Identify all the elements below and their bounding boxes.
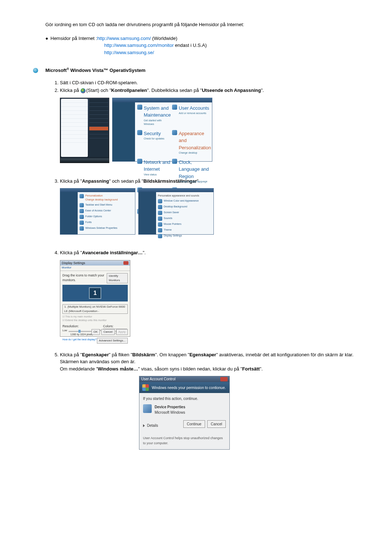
appearance-screenshot: PersonalizationChange desktop background… xyxy=(60,188,135,235)
chevron-down-icon xyxy=(143,424,145,427)
s5b: Egenskaper xyxy=(82,352,109,357)
bullet-dot: ● xyxy=(45,35,50,56)
category-icon xyxy=(137,130,142,135)
s3b: Anpassning xyxy=(82,178,109,184)
item-icon xyxy=(158,234,162,238)
s4a: Klicka på " xyxy=(60,250,82,255)
link-usa-suffix: endast i U.S.A) xyxy=(173,42,207,48)
s5j: " visas, såsom syns i bilden nedan, klic… xyxy=(138,366,242,372)
category-icon xyxy=(172,159,177,164)
control-panel-screenshot: System and MaintenanceGet started with W… xyxy=(112,98,212,162)
section-heading: Microsoft® Windows Vista™ OperativSystem xyxy=(33,67,370,74)
s2e: Utseende och Anpassning xyxy=(202,88,261,93)
uac-line: If you started this action, continue. xyxy=(143,396,226,401)
item-icon xyxy=(158,228,162,232)
item-icon xyxy=(158,222,162,227)
category-icon xyxy=(172,105,177,110)
category-icon xyxy=(172,130,177,135)
link-worldwide-suffix: (Worldwide) xyxy=(151,36,177,41)
close-icon[interactable] xyxy=(220,377,228,381)
control-panel-highlight xyxy=(89,127,108,130)
item-icon xyxy=(79,194,84,198)
step3-images: PersonalizationChange desktop background… xyxy=(60,188,370,235)
cancel-button[interactable]: Cancel xyxy=(101,329,115,335)
step2-images: System and MaintenanceGet started with W… xyxy=(60,98,370,163)
uac-banner-text: Windows needs your permission to contion… xyxy=(152,385,226,390)
shield-icon xyxy=(142,384,149,391)
heading-rest: Windows Vista™ OperativSystem xyxy=(69,68,146,73)
display-settings-dialog: Display Settings Monitor Drag the icons … xyxy=(60,260,130,337)
s4c: ". xyxy=(143,250,146,255)
item-icon xyxy=(158,205,162,209)
resolution-label: Resolution: xyxy=(62,324,101,329)
help-link[interactable]: How do I get the best display? xyxy=(62,338,97,344)
uac-footer-text: User Account Control helps stop unauthor… xyxy=(139,434,229,449)
links-bullet: ● Hemsidor på Internet :http://www.samsu… xyxy=(45,35,370,56)
link-usa[interactable]: http://www.samsung.com/monitor xyxy=(104,42,173,48)
dlg-title-text: Display Settings xyxy=(62,260,85,266)
drag-text: Drag the icons to match your monitors. xyxy=(62,273,107,283)
identify-monitors-button[interactable]: Identify Monitors xyxy=(107,273,128,283)
s5l: ". xyxy=(260,366,263,372)
low-label: Low xyxy=(62,329,67,333)
item-icon xyxy=(79,215,84,219)
apply-button[interactable]: Apply xyxy=(116,329,128,335)
s2c: Kontrollpanelen xyxy=(111,88,147,93)
start-orb-icon xyxy=(81,88,86,93)
item-icon xyxy=(79,226,84,231)
item-icon xyxy=(79,220,84,225)
s5a: Klicka på " xyxy=(60,352,82,357)
item-icon xyxy=(79,203,84,207)
s5e: ". Om knappen " xyxy=(155,352,189,357)
advanced-settings-button[interactable]: Advanced Settings... xyxy=(97,338,128,344)
s2d: ". Dubbelklicka sedan på " xyxy=(147,88,202,93)
step-5: Klicka på "Egenskaper" på fliken "Bildsk… xyxy=(60,351,370,450)
chk-extend-desktop[interactable]: ☑ Extend the desktop onto this monitor xyxy=(62,319,128,323)
colors-label: Colors: xyxy=(103,324,128,329)
uac-dialog: User Account Control Windows needs your … xyxy=(139,376,230,450)
s5c: " på fliken " xyxy=(109,352,132,357)
intro-text: Gör iordning en tom CD och ladda ner dri… xyxy=(45,21,370,28)
item-icon xyxy=(158,211,162,215)
step4-images: Display Settings Monitor Drag the icons … xyxy=(60,260,370,337)
ok-button[interactable]: OK xyxy=(91,329,100,335)
s5f: Egenskaper xyxy=(189,352,216,357)
item-icon xyxy=(79,209,84,213)
cancel-button[interactable]: Cancel xyxy=(207,420,226,428)
links-prefix: Hemsidor på Internet : xyxy=(50,36,97,41)
s5d: Bildskärm xyxy=(132,352,155,357)
s3a: Klicka på " xyxy=(60,178,82,184)
s5k: Fortsätt xyxy=(242,366,260,372)
category-icon xyxy=(137,105,142,110)
s2b: (Start) och " xyxy=(86,88,111,93)
step-2: Klicka på (Start) och "Kontrollpanelen".… xyxy=(60,87,370,163)
s4b: Avancerade inställningar… xyxy=(82,250,143,255)
close-icon[interactable] xyxy=(123,261,128,265)
continue-button[interactable]: Continue xyxy=(183,420,205,428)
step-3: Klicka på "Anpassning" och sedan på "Bil… xyxy=(60,178,370,235)
start-menu-screenshot xyxy=(60,98,109,163)
chk-main-monitor[interactable]: ☑ This is my main monitor xyxy=(62,315,128,319)
personalization-screenshot: Personalize appearance and sounds Window… xyxy=(138,188,214,235)
steps-list: Sätt i CD-skivan i CD-ROM-spelaren. Klic… xyxy=(45,79,370,450)
dlg-tab[interactable]: Monitor xyxy=(60,266,130,271)
s2f: ". xyxy=(261,88,264,93)
uac-details-text: Details xyxy=(147,423,158,428)
heading-prefix: Microsoft xyxy=(45,68,67,73)
step-1: Sätt i CD-skivan i CD-ROM-spelaren. xyxy=(60,79,370,86)
link-worldwide[interactable]: http://www.samsung.com/ xyxy=(97,36,151,41)
details-toggle[interactable]: Details xyxy=(143,423,158,428)
s5i: Windows måste… xyxy=(98,366,138,372)
s5h: Om meddelande " xyxy=(60,366,98,372)
item-icon xyxy=(158,199,162,203)
uac-prog-pub: Microsoft Windows xyxy=(155,410,185,415)
section-bullet-icon xyxy=(33,68,38,73)
monitor-dropdown[interactable]: 1. (Multiple Monitors) on NVIDIA GeForce… xyxy=(62,304,128,314)
item-icon xyxy=(158,216,162,221)
uac-prog-name: Device Properties xyxy=(155,404,185,410)
program-icon xyxy=(143,404,152,413)
monitor-1-icon[interactable]: 1 xyxy=(89,287,101,299)
link-se[interactable]: http://www.samsung.se/ xyxy=(104,50,154,55)
s2a: Klicka på xyxy=(60,88,80,93)
resolution-slider[interactable] xyxy=(69,331,94,332)
